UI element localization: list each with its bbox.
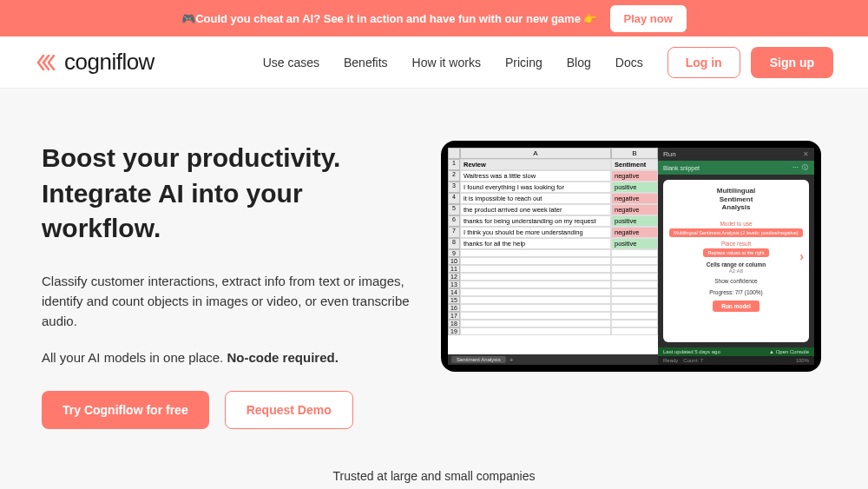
navbar: cogniflow Use cases Benefits How it work… bbox=[0, 36, 868, 89]
nav-docs[interactable]: Docs bbox=[615, 56, 643, 69]
review-cell: it is impossible to reach out bbox=[460, 193, 611, 204]
spreadsheet-panel: A B 1 Review Sentiment 2Waitress was a l… bbox=[448, 148, 658, 365]
model-label: Model to use bbox=[720, 221, 752, 227]
run-card-title: MultilingualSentimentAnalysis bbox=[717, 187, 755, 212]
sentiment-cell: positive bbox=[611, 215, 658, 227]
status-ready: Ready bbox=[663, 358, 678, 363]
col-b-header: B bbox=[611, 148, 658, 159]
nav-links: Use cases Benefits How it works Pricing … bbox=[263, 56, 643, 69]
hero-description: Classify customer interactions, extract … bbox=[42, 271, 415, 332]
hero-subdescription: All your AI models in one place. No-code… bbox=[42, 350, 415, 365]
nav-how-it-works[interactable]: How it works bbox=[412, 56, 481, 69]
hero-ctas: Try Cogniflow for free Request Demo bbox=[42, 391, 415, 429]
product-mockup: A B 1 Review Sentiment 2Waitress was a l… bbox=[441, 141, 821, 372]
nav-use-cases[interactable]: Use cases bbox=[263, 56, 319, 69]
add-sheet-icon: + bbox=[510, 356, 514, 364]
hero-title-line1: Boost your productivity. bbox=[42, 143, 340, 172]
review-cell: the product arrived one week later bbox=[460, 204, 611, 215]
snippet-name: Blank snippet bbox=[663, 165, 700, 171]
logo[interactable]: cogniflow bbox=[35, 49, 155, 76]
sentiment-cell: negative bbox=[611, 193, 658, 204]
sheet-tabs: Sentiment Analysis + bbox=[448, 354, 658, 365]
nav-benefits[interactable]: Benefits bbox=[344, 56, 388, 69]
play-now-button[interactable]: Play now bbox=[610, 5, 687, 32]
review-cell: I think you should be more understanding bbox=[460, 227, 611, 238]
review-cell: Waitress was a little slow bbox=[460, 170, 611, 182]
hero-title: Boost your productivity. Integrate AI in… bbox=[42, 141, 415, 247]
trusted-heading: Trusted at large and small companies bbox=[0, 469, 868, 483]
hero-title-line2: Integrate AI into your workflow. bbox=[42, 179, 303, 243]
close-icon: ✕ bbox=[803, 150, 809, 158]
hero-section: Boost your productivity. Integrate AI in… bbox=[0, 89, 868, 446]
sheet-tab: Sentiment Analysis bbox=[451, 356, 506, 363]
model-value: Multilingual Sentiment Analysis (2 level… bbox=[669, 228, 802, 237]
review-cell: thanks for being understanding on my req… bbox=[460, 215, 611, 227]
status-count: Count: 7 bbox=[683, 358, 703, 363]
open-console: ▲ Open Console bbox=[769, 349, 809, 354]
login-button[interactable]: Log in bbox=[667, 47, 740, 78]
hero-content: Boost your productivity. Integrate AI in… bbox=[42, 141, 415, 429]
run-card: MultilingualSentimentAnalysis Model to u… bbox=[663, 180, 809, 342]
hero-subdesc-bold: No-code required. bbox=[227, 350, 338, 365]
request-demo-button[interactable]: Request Demo bbox=[225, 391, 353, 429]
announcement-text: 🎮Could you cheat an AI? See it in action… bbox=[181, 12, 597, 25]
range-value: A2:A8 bbox=[729, 268, 743, 274]
sentiment-cell: negative bbox=[611, 170, 658, 182]
place-value: Replace values at the right bbox=[703, 248, 768, 257]
col-a-header: A bbox=[460, 148, 611, 159]
range-label: Cells range or column bbox=[707, 261, 766, 268]
signup-button[interactable]: Sign up bbox=[751, 47, 833, 78]
sentiment-cell: negative bbox=[611, 204, 658, 215]
place-label: Place result bbox=[721, 241, 751, 247]
run-panel: Run ✕ Blank snippet ⋯ ⓘ MultilingualSent… bbox=[658, 148, 814, 365]
last-updated: Last updated 5 days ago bbox=[663, 349, 720, 354]
show-confidence: Show confidence bbox=[714, 278, 758, 284]
hero-subdesc-prefix: All your AI models in one place. bbox=[42, 350, 227, 365]
review-cell: I found everything I was looking for bbox=[460, 182, 611, 193]
more-icon: ⋯ ⓘ bbox=[792, 163, 809, 172]
status-zoom: 100% bbox=[796, 358, 809, 363]
chevron-right-icon: › bbox=[799, 249, 804, 263]
nav-blog[interactable]: Blog bbox=[567, 56, 591, 69]
run-model-button: Run model bbox=[713, 301, 760, 312]
review-header: Review bbox=[460, 159, 611, 170]
progress-text: Progress: 7/7 (100%) bbox=[709, 289, 762, 295]
review-cell: thanks for all the help bbox=[460, 238, 611, 249]
logo-text: cogniflow bbox=[64, 49, 155, 76]
sentiment-cell: negative bbox=[611, 227, 658, 238]
sentiment-cell: positive bbox=[611, 182, 658, 193]
run-title: Run bbox=[663, 150, 676, 158]
sentiment-cell: positive bbox=[611, 238, 658, 249]
hero-image: A B 1 Review Sentiment 2Waitress was a l… bbox=[441, 141, 826, 429]
sentiment-header: Sentiment bbox=[611, 159, 658, 170]
announcement-bar: 🎮Could you cheat an AI? See it in action… bbox=[0, 0, 868, 36]
logo-icon bbox=[35, 52, 59, 73]
nav-pricing[interactable]: Pricing bbox=[505, 56, 542, 69]
try-free-button[interactable]: Try Cogniflow for free bbox=[42, 391, 209, 429]
